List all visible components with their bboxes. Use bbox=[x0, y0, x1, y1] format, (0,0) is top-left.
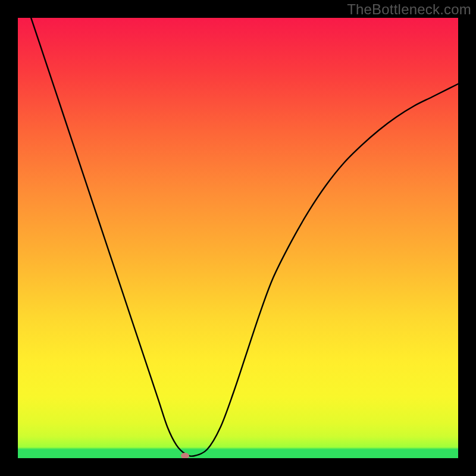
minimum-marker bbox=[181, 453, 189, 458]
plot-area bbox=[18, 18, 458, 458]
bottleneck-curve bbox=[18, 18, 458, 458]
watermark-text: TheBottleneck.com bbox=[347, 1, 471, 18]
chart-frame: TheBottleneck.com bbox=[0, 0, 476, 476]
